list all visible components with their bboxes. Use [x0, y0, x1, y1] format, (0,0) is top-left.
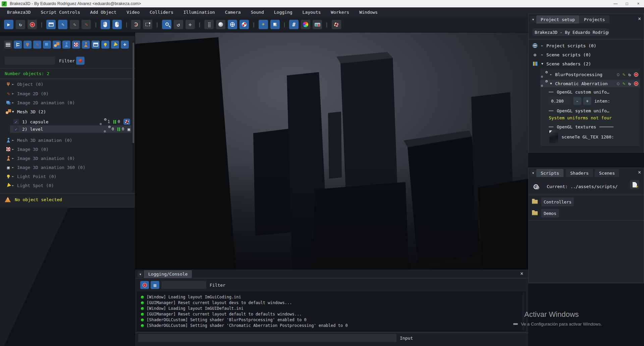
edit-brush-button[interactable]: ✎ — [58, 20, 67, 29]
mouse-right-button[interactable] — [112, 20, 122, 29]
color-wheel-button[interactable] — [301, 20, 310, 29]
header-system-uniforms[interactable]: OpenGL system unifo… — [529, 107, 644, 114]
minimize-button[interactable]: — — [610, 0, 621, 7]
menu-windows[interactable]: Windows — [354, 7, 383, 17]
bone-brush-button[interactable]: ✎ — [70, 20, 79, 29]
tree-item-image2d-animation[interactable]: ►Image 2D animation (0) — [0, 99, 135, 106]
tree-item-scene-shaders[interactable]: ▼Scene shaders (2) — [529, 60, 644, 67]
menu-sound[interactable]: Sound — [246, 7, 269, 17]
menu-layouts[interactable]: Layouts — [298, 7, 326, 17]
viewport-3d[interactable] — [135, 33, 528, 269]
add-extra-button[interactable]: + — [121, 41, 129, 49]
tree-item-image3d-animation-360[interactable]: ▣ ►Image 3D animation 360 (0) — [0, 164, 135, 171]
menu-workers[interactable]: Workers — [326, 7, 354, 17]
project-name-input[interactable]: Brakeza3D - By Eduardo Rodriguez — [532, 28, 609, 36]
capsule-buoy-button[interactable] — [123, 119, 130, 125]
project-pulldown-button[interactable]: ▼ — [530, 16, 536, 22]
menu-illumination[interactable]: Illumination — [178, 7, 220, 17]
zoom-object-button[interactable] — [162, 20, 171, 29]
tree-item-mesh3d[interactable]: ▼Mesh 3D (2) — [0, 108, 135, 115]
mouse-left-button[interactable] — [101, 20, 110, 29]
add-light-point-button[interactable] — [101, 41, 109, 49]
globe-button[interactable] — [228, 20, 237, 29]
shader-row-chromatic[interactable]: ▼ Chromatic Aberration ○ ✎ ↻ ✕ — [529, 80, 644, 87]
add-image3d-button[interactable] — [72, 41, 80, 49]
scene-tree-button[interactable] — [14, 41, 22, 49]
add-mesh3d-anim-button[interactable] — [62, 41, 70, 49]
tree-item-image3d[interactable]: ►Image 3D (0) — [0, 146, 135, 153]
reload-shader-icon[interactable]: ↻ — [628, 72, 631, 77]
tree-item-scene-scripts[interactable]: ⚙ ►Scene scripts (0) — [529, 51, 644, 58]
folder-controllers-button[interactable]: Controllers — [541, 197, 574, 206]
cube-button[interactable] — [270, 20, 280, 29]
logging-pulldown-button[interactable]: ▼ — [138, 271, 143, 277]
shader-loop-icon[interactable]: ○ — [617, 72, 620, 77]
filter-record-button[interactable] — [76, 57, 85, 65]
menu-script-controls[interactable]: Script Controls — [36, 7, 85, 17]
tree-item-light-point[interactable]: ►Light Point (0) — [0, 173, 135, 180]
stop-button[interactable]: ✕ — [28, 20, 37, 29]
logging-close-button[interactable]: × — [520, 271, 523, 276]
intensity-plus-button[interactable]: + — [583, 97, 591, 105]
object-row-capsule[interactable]: ✓ 1) capsule 1 0 — [0, 118, 135, 125]
edit-shader-icon[interactable]: ✎ — [623, 81, 625, 86]
reload-button[interactable]: ↻ — [16, 20, 25, 29]
folder-row-demos[interactable]: Demos — [532, 209, 559, 218]
reload-shader-icon[interactable]: ↻ — [628, 81, 631, 86]
add-image2d-anim-button[interactable] — [43, 41, 51, 49]
swirl-button[interactable] — [131, 20, 141, 29]
dots-grid-button[interactable]: ⣿ — [204, 20, 214, 29]
new-script-button[interactable] — [630, 180, 639, 189]
tab-logging-console[interactable]: Logging/Console — [144, 270, 192, 278]
tree-item-mesh3d-animation[interactable]: ►Mesh 3D animation (0) — [0, 136, 135, 144]
scripts-panel-close-button[interactable]: × — [638, 170, 641, 175]
project-panel-close-button[interactable]: × — [638, 16, 641, 21]
header-opengl-textures[interactable]: OpenGL textures — [529, 123, 644, 130]
folder-demos-button[interactable]: Demos — [541, 209, 559, 218]
camera-view-button[interactable] — [313, 20, 322, 29]
texture-brush-button[interactable]: ✎ — [82, 20, 91, 29]
shader-row-blur[interactable]: ► BlurPostprocessing ○ ✎ ↻ ✕ — [529, 71, 644, 78]
tab-projects[interactable]: Projects — [580, 15, 609, 23]
close-button[interactable]: × — [633, 0, 644, 7]
shader-loop-icon[interactable]: ○ — [617, 81, 620, 86]
add-image3d-360-button[interactable] — [92, 41, 100, 49]
texture-row[interactable]: sceneTe GL_TEX 1280: — [549, 130, 614, 143]
edit-shader-icon[interactable]: ✎ — [623, 72, 625, 77]
tree-item-project-scripts[interactable]: ►Project scripts (0) — [529, 42, 644, 49]
help-buoy-button[interactable] — [332, 20, 341, 29]
play-button[interactable]: ▶ — [4, 20, 13, 29]
sphere-button[interactable] — [216, 20, 225, 29]
menu-brakeza3d[interactable]: Brakeza3D — [2, 7, 36, 17]
tree-item-light-spot[interactable]: ►Light Spot (0) — [0, 182, 135, 189]
vertex-select-button[interactable] — [143, 20, 152, 29]
objects-scrollbar[interactable] — [132, 41, 135, 192]
capsule-visible-checkbox[interactable]: ✓ — [13, 119, 19, 124]
intensity-minus-button[interactable]: - — [573, 97, 581, 105]
menu-camera[interactable]: Camera — [220, 7, 246, 17]
scrollbar-thumb[interactable] — [132, 43, 134, 143]
menu-colliders[interactable]: Colliders — [145, 7, 178, 17]
menu-logging[interactable]: Logging — [269, 7, 298, 17]
add-image3d-anim-button[interactable] — [82, 41, 90, 49]
panel-menu-button[interactable] — [4, 41, 12, 49]
tree-item-object[interactable]: ⋔ ►Object (0) — [0, 80, 135, 88]
tab-shaders[interactable]: Shaders — [566, 169, 593, 177]
add-object-button[interactable]: ⋔ — [23, 41, 32, 49]
ball-button[interactable] — [239, 20, 249, 29]
intensity-input[interactable]: 0.280 — [549, 97, 570, 105]
move-axes-button[interactable]: ✛ — [185, 20, 195, 29]
add-mesh3d-button[interactable] — [53, 41, 61, 49]
remove-shader-icon[interactable]: ✕ — [634, 81, 638, 86]
tab-scenes[interactable]: Scenes — [595, 169, 619, 177]
objects-filter-input[interactable] — [5, 57, 55, 65]
maximize-button[interactable]: □ — [621, 0, 633, 7]
add-light-spot-button[interactable] — [111, 41, 119, 49]
orbit-button[interactable]: ↺ — [174, 20, 183, 29]
tree-item-image2d[interactable]: ✎ ►Image 2D (0) — [0, 90, 135, 97]
tree-item-image3d-animation[interactable]: ►Image 3D animation (0) — [0, 155, 135, 162]
console-input[interactable] — [138, 334, 396, 342]
grid-button[interactable]: # — [289, 20, 299, 29]
clear-log-button[interactable]: ✕ — [140, 281, 149, 289]
log-settings-button[interactable]: ▤ — [151, 281, 159, 289]
